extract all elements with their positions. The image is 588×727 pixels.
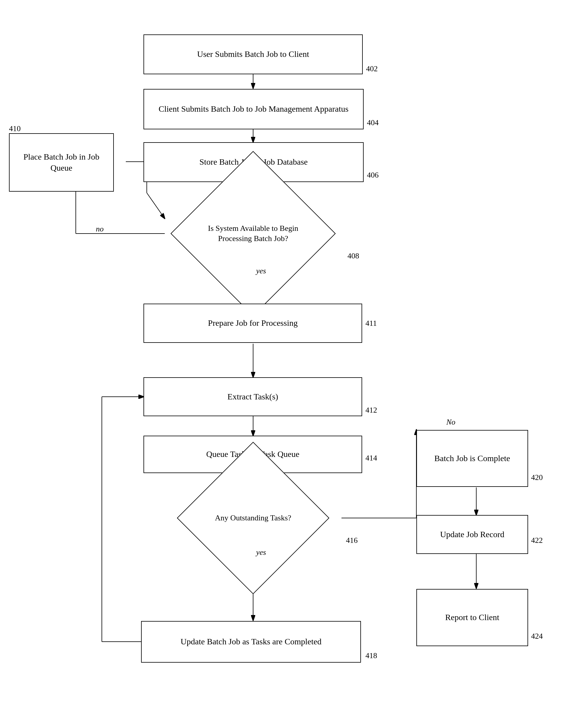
client-submits-box: Client Submits Batch Job to Job Manageme…	[144, 89, 364, 129]
report-to-client-box: Report to Client	[416, 589, 528, 646]
svg-line-9	[147, 193, 165, 219]
ref-418: 418	[365, 651, 377, 660]
batch-complete-label: Batch Job is Complete	[434, 453, 510, 464]
update-job-record-box: Update Job Record	[416, 515, 528, 554]
ref-404: 404	[367, 118, 379, 127]
place-batch-label: Place Batch Job in Job Queue	[14, 151, 109, 173]
is-system-available-label: Is System Available to Begin Processing …	[201, 222, 306, 245]
ref-416: 416	[346, 536, 358, 545]
any-outstanding-label: Any Outstanding Tasks?	[214, 511, 293, 525]
ref-410: 410	[9, 124, 21, 133]
update-batch-label: Update Batch Job as Tasks are Completed	[181, 636, 321, 647]
yes-label-2: yes	[256, 548, 266, 557]
user-submits-box: User Submits Batch Job to Client	[144, 35, 363, 74]
ref-412: 412	[365, 406, 377, 415]
place-batch-box: Place Batch Job in Job Queue	[9, 133, 114, 192]
prepare-job-label: Prepare Job for Processing	[208, 318, 297, 328]
update-batch-box: Update Batch Job as Tasks are Completed	[141, 621, 361, 663]
extract-tasks-label: Extract Task(s)	[227, 391, 278, 402]
ref-406: 406	[367, 171, 379, 180]
ref-422: 422	[531, 536, 543, 545]
no-label: no	[96, 224, 104, 234]
prepare-job-box: Prepare Job for Processing	[144, 304, 362, 343]
no-right-label: No	[446, 418, 455, 427]
ref-408: 408	[348, 252, 359, 260]
ref-411: 411	[365, 319, 377, 328]
any-outstanding-diamond: Any Outstanding Tasks?	[165, 491, 341, 545]
batch-complete-box: Batch Job is Complete	[416, 430, 528, 487]
ref-420: 420	[531, 473, 543, 482]
ref-414: 414	[365, 454, 377, 463]
ref-424: 424	[531, 632, 543, 641]
user-submits-label: User Submits Batch Job to Client	[197, 49, 309, 60]
report-to-client-label: Report to Client	[445, 612, 499, 623]
extract-tasks-box: Extract Task(s)	[144, 377, 362, 416]
update-job-record-label: Update Job Record	[440, 529, 504, 540]
yes-label-1: yes	[256, 266, 266, 276]
client-submits-label: Client Submits Batch Job to Job Manageme…	[159, 104, 349, 114]
is-system-available-diamond: Is System Available to Begin Processing …	[165, 204, 341, 263]
ref-402: 402	[366, 64, 378, 73]
